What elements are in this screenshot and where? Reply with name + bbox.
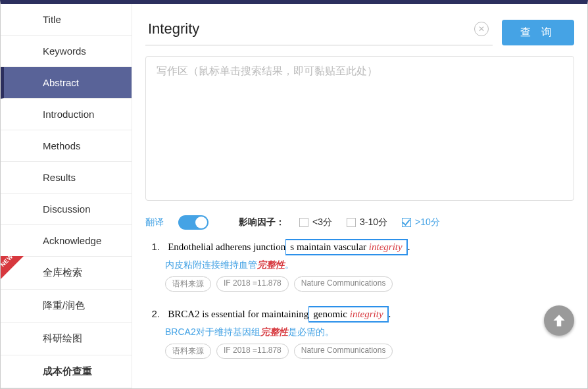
result-en: Endothelial adherens junctions maintain … [168, 242, 410, 252]
tag-if[interactable]: IF 2018 =11.878 [216, 276, 289, 292]
result-item[interactable]: 2. BRCA2 is essential for maintaining ge… [145, 306, 574, 359]
sidebar-item-label: Abstract [43, 77, 79, 88]
keyword-zh: 完整性 [257, 259, 285, 270]
translate-label: 翻译 [145, 217, 164, 228]
filter-label: >10分 [415, 217, 440, 228]
sidebar-item-abstract[interactable]: Abstract [1, 67, 132, 99]
result-item[interactable]: 1. Endothelial adherens junctions mainta… [145, 239, 574, 292]
search-input[interactable] [147, 20, 474, 38]
sidebar-item-label: Discussion [43, 203, 91, 215]
filters: 翻译 影响因子： <3分 3-10分 >10分 [145, 215, 574, 230]
filter-gt10[interactable]: >10分 [402, 217, 440, 228]
search-row: ✕ 查 询 [145, 20, 574, 45]
query-button[interactable]: 查 询 [502, 20, 574, 45]
sidebar-item-discussion[interactable]: Discussion [1, 194, 132, 225]
sidebar-item-label: 全库检索 [43, 267, 82, 278]
sidebar-item-acknowledge[interactable]: Acknowledge [1, 225, 132, 257]
sidebar-item-polish[interactable]: 降重/润色 [1, 290, 132, 323]
keyword-zh: 完整性 [260, 326, 288, 337]
arrow-up-icon [551, 312, 568, 329]
keyword: integrity [369, 242, 403, 252]
main: ✕ 查 询 翻译 影响因子： <3分 3-10分 >10分 1. Endothe… [132, 4, 587, 388]
sidebar-item-label: Methods [43, 140, 81, 151]
tag-if[interactable]: IF 2018 =11.878 [216, 344, 289, 359]
result-en: BRCA2 is essential for maintaining genom… [168, 309, 391, 319]
impactfactor-label: 影响因子： [239, 217, 285, 228]
sidebar-item-label: Acknowledge [43, 235, 101, 246]
result-number: 1. [145, 241, 160, 252]
sidebar: Title Keywords Abstract Introduction Met… [1, 4, 132, 388]
new-badge-icon: NEW [0, 256, 24, 280]
sidebar-item-title[interactable]: Title [1, 4, 132, 36]
sidebar-item-fulldbsearch[interactable]: NEW 全库检索 [1, 257, 132, 290]
result-tags: 语料来源 IF 2018 =11.878 Nature Communicatio… [165, 344, 574, 359]
sidebar-item-label: Results [43, 172, 76, 183]
sidebar-item-introduction[interactable]: Introduction [1, 99, 132, 130]
translate-toggle[interactable] [178, 215, 208, 230]
sidebar-item-results[interactable]: Results [1, 162, 132, 194]
search-input-wrap: ✕ [145, 20, 493, 45]
result-tags: 语料来源 IF 2018 =11.878 Nature Communicatio… [165, 276, 574, 292]
result-number: 2. [145, 308, 160, 319]
filter-3to10[interactable]: 3-10分 [347, 217, 387, 228]
sidebar-item-label: 降重/润色 [43, 299, 85, 311]
sidebar-item-label: Introduction [43, 109, 94, 120]
result-zh: BRCA2对于维持基因组完整性是必需的。 [165, 326, 574, 338]
clear-icon[interactable]: ✕ [474, 22, 489, 36]
tag-source[interactable]: 语料来源 [165, 276, 211, 292]
filter-label: 3-10分 [360, 217, 387, 228]
result-zh: 内皮粘附连接维持血管完整性。 [165, 259, 574, 271]
sidebar-item-label: 成本价查重 [43, 365, 92, 376]
sidebar-item-label: Keywords [43, 45, 86, 57]
tag-journal[interactable]: Nature Communications [294, 276, 393, 292]
tag-journal[interactable]: Nature Communications [294, 344, 393, 359]
filter-label: <3分 [312, 217, 332, 228]
keyword: integrity [350, 309, 383, 319]
highlight-box: genomic integrity [308, 306, 388, 323]
scroll-top-button[interactable] [544, 305, 574, 336]
sidebar-item-plagcheck[interactable]: 成本价查重 [1, 355, 132, 388]
sidebar-item-keywords[interactable]: Keywords [1, 36, 132, 67]
sidebar-item-label: Title [43, 14, 61, 25]
tag-source[interactable]: 语料来源 [165, 344, 211, 359]
writing-textarea[interactable] [145, 56, 574, 201]
sidebar-item-methods[interactable]: Methods [1, 130, 132, 162]
sidebar-item-label: 科研绘图 [43, 332, 82, 344]
filter-lt3[interactable]: <3分 [299, 217, 332, 228]
highlight-box: s maintain vascular integrity [285, 239, 407, 255]
sidebar-item-scidraw[interactable]: 科研绘图 [1, 323, 132, 355]
